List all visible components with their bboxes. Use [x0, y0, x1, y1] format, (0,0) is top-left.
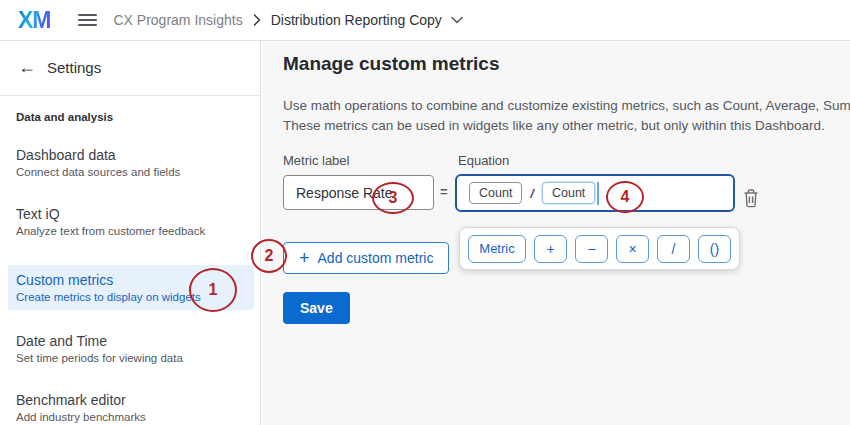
sidebar-item-date-and-time[interactable]: Date and Time Set time periods for viewi…	[16, 333, 250, 364]
divider	[0, 95, 260, 96]
trash-icon	[742, 196, 760, 211]
equation-caption: Equation	[458, 153, 509, 168]
equation-operator: /	[530, 186, 534, 201]
app-window: XM CX Program Insights Distribution Repo…	[0, 0, 850, 425]
annotation-circle-2: 2	[251, 239, 287, 273]
nav-item-subtitle: Set time periods for viewing data	[16, 352, 250, 364]
add-custom-metric-label: Add custom metric	[318, 250, 434, 266]
nav-item-title: Dashboard data	[16, 147, 250, 163]
save-button[interactable]: Save	[283, 292, 350, 324]
nav-item-title: Date and Time	[16, 333, 250, 349]
settings-sidebar: ← Settings Data and analysis Dashboard d…	[0, 41, 261, 425]
chevron-down-icon[interactable]	[451, 16, 463, 24]
page-description: Use math operations to combine and custo…	[283, 96, 850, 136]
main-content: Manage custom metrics Use math operation…	[262, 41, 850, 425]
parentheses-operator-button[interactable]: ()	[698, 235, 731, 263]
plus-operator-button[interactable]: +	[534, 235, 567, 263]
nav-item-subtitle: Add industry benchmarks	[16, 411, 250, 423]
equation-input[interactable]: Count / Count	[455, 174, 735, 212]
equals-sign: =	[440, 184, 448, 199]
breadcrumb: CX Program Insights Distribution Reporti…	[114, 12, 463, 28]
text-cursor	[597, 182, 599, 205]
nav-item-subtitle: Analyze text from customer feedback	[16, 225, 250, 237]
annotation-circle-4: 4	[606, 181, 644, 213]
equation-operand-chip[interactable]: Count	[469, 182, 522, 204]
multiply-operator-button[interactable]: ×	[616, 235, 649, 263]
minus-operator-button[interactable]: −	[575, 235, 608, 263]
back-arrow-icon: ←	[18, 58, 36, 76]
nav-item-subtitle: Connect data sources and fields	[16, 166, 250, 178]
equation-operand-chip-focused[interactable]: Count	[542, 182, 595, 204]
nav-item-title: Benchmark editor	[16, 392, 250, 408]
description-line-1: Use math operations to combine and custo…	[283, 96, 850, 116]
page-title: Manage custom metrics	[283, 53, 499, 75]
divide-operator-button[interactable]: /	[657, 235, 690, 263]
chevron-right-icon	[253, 14, 261, 26]
menu-icon[interactable]	[78, 14, 97, 26]
equation-operator-toolbar: Metric + − × / ()	[459, 227, 740, 270]
breadcrumb-current[interactable]: Distribution Reporting Copy	[271, 12, 442, 28]
breadcrumb-parent[interactable]: CX Program Insights	[114, 12, 243, 28]
metric-label-caption: Metric label	[283, 153, 349, 168]
nav-item-title: Text iQ	[16, 206, 250, 222]
sidebar-item-benchmark-editor[interactable]: Benchmark editor Add industry benchmarks	[16, 392, 250, 423]
sidebar-section-title: Data and analysis	[16, 111, 113, 123]
xm-logo[interactable]: XM	[18, 7, 51, 34]
annotation-circle-3: 3	[372, 182, 414, 214]
back-label: Settings	[47, 59, 101, 76]
metric-button[interactable]: Metric	[468, 235, 526, 263]
annotation-circle-1: 1	[189, 268, 237, 312]
add-custom-metric-button[interactable]: + Add custom metric	[283, 242, 449, 274]
top-bar: XM CX Program Insights Distribution Repo…	[0, 0, 850, 41]
description-line-2: These metrics can be used in widgets lik…	[283, 116, 850, 136]
plus-icon: +	[299, 249, 310, 267]
sidebar-item-text-iq[interactable]: Text iQ Analyze text from customer feedb…	[16, 206, 250, 237]
delete-metric-button[interactable]	[740, 187, 762, 211]
back-to-settings[interactable]: ← Settings	[18, 58, 101, 76]
sidebar-item-dashboard-data[interactable]: Dashboard data Connect data sources and …	[16, 147, 250, 178]
